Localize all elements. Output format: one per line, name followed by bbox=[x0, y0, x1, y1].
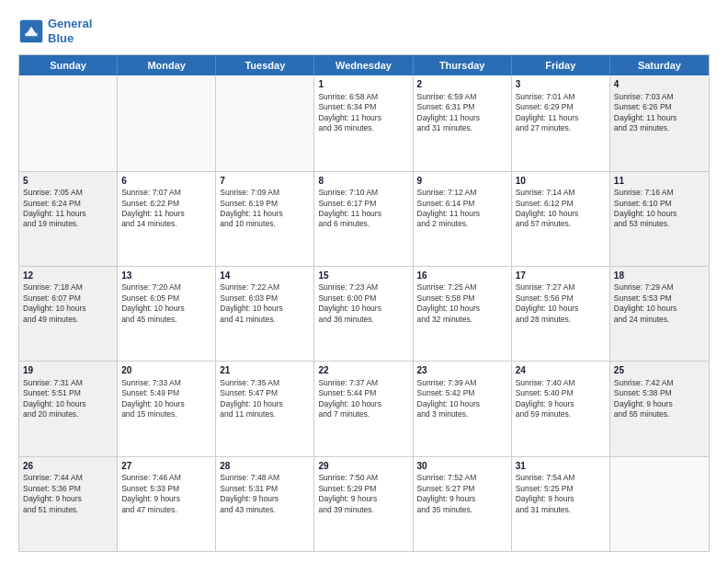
day-number: 13 bbox=[121, 270, 211, 282]
calendar-cell-day-28: 28Sunrise: 7:48 AM Sunset: 5:31 PM Dayli… bbox=[216, 457, 314, 551]
day-number: 18 bbox=[614, 270, 705, 282]
calendar-cell-day-7: 7Sunrise: 7:09 AM Sunset: 6:19 PM Daylig… bbox=[216, 172, 314, 266]
day-info: Sunrise: 7:07 AM Sunset: 6:22 PM Dayligh… bbox=[121, 188, 185, 228]
calendar-row-2: 5Sunrise: 7:05 AM Sunset: 6:24 PM Daylig… bbox=[19, 171, 709, 266]
day-info: Sunrise: 7:39 AM Sunset: 5:42 PM Dayligh… bbox=[417, 378, 481, 419]
day-number: 30 bbox=[417, 460, 507, 473]
calendar-row-1: 1Sunrise: 6:58 AM Sunset: 6:34 PM Daylig… bbox=[19, 75, 709, 170]
weekday-header-thursday: Thursday bbox=[414, 55, 512, 75]
day-info: Sunrise: 7:16 AM Sunset: 6:10 PM Dayligh… bbox=[614, 188, 677, 228]
weekday-header-sunday: Sunday bbox=[19, 55, 118, 75]
day-info: Sunrise: 7:33 AM Sunset: 5:49 PM Dayligh… bbox=[121, 378, 185, 419]
day-number: 24 bbox=[516, 364, 606, 377]
logo-icon bbox=[18, 18, 44, 44]
logo: General Blue bbox=[18, 17, 92, 45]
calendar-cell-day-30: 30Sunrise: 7:52 AM Sunset: 5:27 PM Dayli… bbox=[414, 457, 512, 551]
calendar-cell-day-11: 11Sunrise: 7:16 AM Sunset: 6:10 PM Dayli… bbox=[610, 172, 709, 266]
calendar-cell-day-24: 24Sunrise: 7:40 AM Sunset: 5:40 PM Dayli… bbox=[512, 362, 610, 455]
calendar-cell-empty bbox=[610, 457, 709, 551]
day-number: 20 bbox=[121, 364, 211, 377]
day-info: Sunrise: 7:46 AM Sunset: 5:33 PM Dayligh… bbox=[121, 473, 181, 513]
calendar-cell-day-16: 16Sunrise: 7:25 AM Sunset: 5:58 PM Dayli… bbox=[414, 267, 512, 361]
calendar-cell-day-9: 9Sunrise: 7:12 AM Sunset: 6:14 PM Daylig… bbox=[414, 172, 512, 266]
day-info: Sunrise: 7:54 AM Sunset: 5:25 PM Dayligh… bbox=[516, 473, 575, 513]
calendar-cell-day-17: 17Sunrise: 7:27 AM Sunset: 5:56 PM Dayli… bbox=[512, 267, 610, 361]
calendar-cell-day-29: 29Sunrise: 7:50 AM Sunset: 5:29 PM Dayli… bbox=[314, 457, 413, 551]
day-info: Sunrise: 7:31 AM Sunset: 5:51 PM Dayligh… bbox=[23, 378, 86, 419]
header: General Blue bbox=[18, 17, 710, 45]
calendar-cell-day-5: 5Sunrise: 7:05 AM Sunset: 6:24 PM Daylig… bbox=[19, 172, 118, 266]
day-number: 3 bbox=[516, 78, 606, 91]
calendar-cell-day-10: 10Sunrise: 7:14 AM Sunset: 6:12 PM Dayli… bbox=[512, 172, 610, 266]
calendar-cell-day-2: 2Sunrise: 6:59 AM Sunset: 6:31 PM Daylig… bbox=[414, 75, 512, 170]
day-info: Sunrise: 7:35 AM Sunset: 5:47 PM Dayligh… bbox=[220, 378, 283, 419]
calendar-cell-day-25: 25Sunrise: 7:42 AM Sunset: 5:38 PM Dayli… bbox=[610, 362, 709, 455]
calendar-row-5: 26Sunrise: 7:44 AM Sunset: 5:36 PM Dayli… bbox=[19, 456, 709, 551]
calendar-cell-day-27: 27Sunrise: 7:46 AM Sunset: 5:33 PM Dayli… bbox=[118, 457, 216, 551]
calendar-cell-day-3: 3Sunrise: 7:01 AM Sunset: 6:29 PM Daylig… bbox=[512, 75, 610, 170]
calendar-cell-day-14: 14Sunrise: 7:22 AM Sunset: 6:03 PM Dayli… bbox=[216, 267, 314, 361]
svg-rect-2 bbox=[25, 32, 38, 35]
page: General Blue SundayMondayTuesdayWednesda… bbox=[0, 0, 728, 563]
day-number: 2 bbox=[417, 78, 507, 91]
day-info: Sunrise: 7:14 AM Sunset: 6:12 PM Dayligh… bbox=[516, 188, 579, 228]
calendar-cell-day-4: 4Sunrise: 7:03 AM Sunset: 6:26 PM Daylig… bbox=[610, 75, 709, 170]
day-number: 28 bbox=[220, 460, 310, 473]
day-info: Sunrise: 7:05 AM Sunset: 6:24 PM Dayligh… bbox=[23, 188, 86, 228]
day-number: 26 bbox=[23, 460, 113, 473]
day-info: Sunrise: 7:40 AM Sunset: 5:40 PM Dayligh… bbox=[516, 378, 575, 419]
calendar-cell-day-19: 19Sunrise: 7:31 AM Sunset: 5:51 PM Dayli… bbox=[19, 362, 118, 455]
weekday-header-monday: Monday bbox=[118, 55, 216, 75]
calendar-cell-day-31: 31Sunrise: 7:54 AM Sunset: 5:25 PM Dayli… bbox=[512, 457, 610, 551]
day-info: Sunrise: 7:01 AM Sunset: 6:29 PM Dayligh… bbox=[516, 92, 579, 132]
calendar-cell-day-22: 22Sunrise: 7:37 AM Sunset: 5:44 PM Dayli… bbox=[314, 362, 413, 455]
day-number: 8 bbox=[318, 175, 408, 188]
day-info: Sunrise: 6:59 AM Sunset: 6:31 PM Dayligh… bbox=[417, 92, 481, 132]
day-info: Sunrise: 7:42 AM Sunset: 5:38 PM Dayligh… bbox=[614, 378, 674, 419]
day-number: 4 bbox=[614, 78, 705, 91]
calendar-cell-empty bbox=[19, 75, 118, 170]
calendar-row-4: 19Sunrise: 7:31 AM Sunset: 5:51 PM Dayli… bbox=[19, 361, 709, 455]
calendar-cell-day-21: 21Sunrise: 7:35 AM Sunset: 5:47 PM Dayli… bbox=[216, 362, 314, 455]
calendar-cell-day-23: 23Sunrise: 7:39 AM Sunset: 5:42 PM Dayli… bbox=[414, 362, 512, 455]
day-number: 10 bbox=[516, 175, 606, 188]
day-info: Sunrise: 7:52 AM Sunset: 5:27 PM Dayligh… bbox=[417, 473, 477, 513]
day-info: Sunrise: 7:23 AM Sunset: 6:00 PM Dayligh… bbox=[318, 282, 381, 323]
calendar-cell-day-8: 8Sunrise: 7:10 AM Sunset: 6:17 PM Daylig… bbox=[314, 172, 413, 266]
day-info: Sunrise: 7:18 AM Sunset: 6:07 PM Dayligh… bbox=[23, 282, 86, 323]
day-info: Sunrise: 7:37 AM Sunset: 5:44 PM Dayligh… bbox=[318, 378, 381, 419]
day-info: Sunrise: 7:03 AM Sunset: 6:26 PM Dayligh… bbox=[614, 92, 677, 132]
day-number: 31 bbox=[516, 460, 606, 473]
day-number: 15 bbox=[318, 270, 408, 282]
day-number: 21 bbox=[220, 364, 310, 377]
calendar-cell-day-26: 26Sunrise: 7:44 AM Sunset: 5:36 PM Dayli… bbox=[19, 457, 118, 551]
day-number: 23 bbox=[417, 364, 507, 377]
day-number: 1 bbox=[318, 78, 408, 91]
weekday-header-tuesday: Tuesday bbox=[216, 55, 314, 75]
day-number: 25 bbox=[614, 364, 705, 377]
day-number: 7 bbox=[220, 175, 310, 188]
day-number: 12 bbox=[23, 270, 113, 282]
day-number: 22 bbox=[318, 364, 408, 377]
day-info: Sunrise: 7:25 AM Sunset: 5:58 PM Dayligh… bbox=[417, 282, 481, 323]
day-info: Sunrise: 6:58 AM Sunset: 6:34 PM Dayligh… bbox=[318, 92, 381, 132]
calendar-cell-empty bbox=[216, 75, 314, 170]
day-info: Sunrise: 7:22 AM Sunset: 6:03 PM Dayligh… bbox=[220, 282, 283, 323]
day-number: 19 bbox=[23, 364, 113, 377]
day-info: Sunrise: 7:10 AM Sunset: 6:17 PM Dayligh… bbox=[318, 188, 381, 228]
calendar-cell-day-13: 13Sunrise: 7:20 AM Sunset: 6:05 PM Dayli… bbox=[118, 267, 216, 361]
logo-text: General Blue bbox=[48, 17, 92, 45]
weekday-header-wednesday: Wednesday bbox=[314, 55, 413, 75]
day-info: Sunrise: 7:09 AM Sunset: 6:19 PM Dayligh… bbox=[220, 188, 283, 228]
calendar-header: SundayMondayTuesdayWednesdayThursdayFrid… bbox=[19, 55, 709, 75]
day-info: Sunrise: 7:20 AM Sunset: 6:05 PM Dayligh… bbox=[121, 282, 185, 323]
calendar-cell-day-18: 18Sunrise: 7:29 AM Sunset: 5:53 PM Dayli… bbox=[610, 267, 709, 361]
day-number: 9 bbox=[417, 175, 507, 188]
calendar-row-3: 12Sunrise: 7:18 AM Sunset: 6:07 PM Dayli… bbox=[19, 266, 709, 361]
calendar-cell-day-1: 1Sunrise: 6:58 AM Sunset: 6:34 PM Daylig… bbox=[314, 75, 413, 170]
day-number: 17 bbox=[516, 270, 606, 282]
weekday-header-saturday: Saturday bbox=[610, 55, 709, 75]
day-info: Sunrise: 7:50 AM Sunset: 5:29 PM Dayligh… bbox=[318, 473, 378, 513]
day-info: Sunrise: 7:12 AM Sunset: 6:14 PM Dayligh… bbox=[417, 188, 481, 228]
calendar-cell-day-12: 12Sunrise: 7:18 AM Sunset: 6:07 PM Dayli… bbox=[19, 267, 118, 361]
